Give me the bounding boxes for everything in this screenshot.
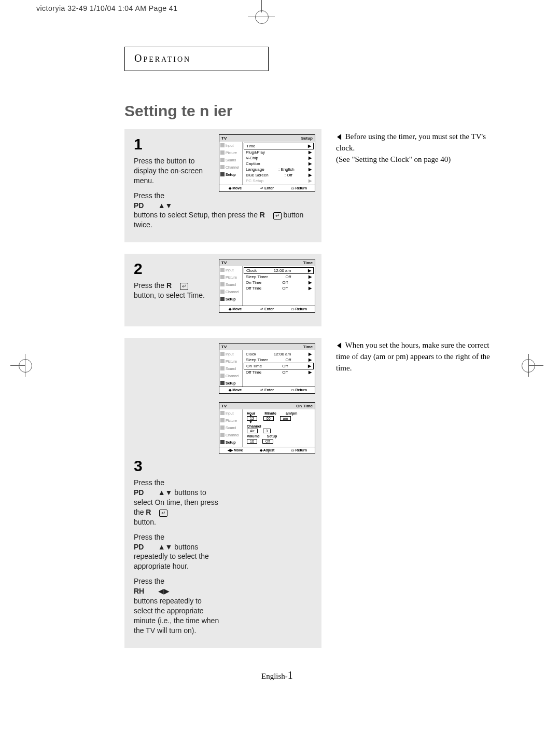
- osd-title-left: TV: [221, 136, 227, 141]
- crop-mark-right: [519, 353, 543, 378]
- print-slug: victoryia 32-49 1/10/04 1:04 AM Page 41: [36, 4, 177, 12]
- note-caret-icon: ◀: [337, 131, 341, 143]
- step1-row: TV Setup Input Picture Sound Channel Set…: [41, 129, 519, 242]
- step3-text: Press the PD ▲▼ buttons to select On tim…: [134, 478, 222, 635]
- enter-icon: ↵: [180, 283, 188, 290]
- osd-title-right: Setup: [301, 136, 313, 141]
- page-footer: English-1: [261, 669, 293, 681]
- step3-block: TV Time Input Picture Sound Channel Setu…: [124, 338, 321, 648]
- enter-icon: ↵: [159, 510, 167, 517]
- page-content: Operation Setting te n ier TV Setup Inpu…: [41, 47, 519, 659]
- minute-value: 00: [263, 416, 274, 421]
- step2-block: TV Time Input Picture Sound Channel Setu…: [124, 254, 321, 326]
- osd-time-menu-ontime: TV Time Input Picture Sound Channel Setu…: [219, 343, 315, 394]
- hour-value: ▲12▼: [247, 416, 257, 421]
- note-caret-icon: ◀: [337, 340, 341, 351]
- note-2: ◀ When you set the hours, make sure the …: [336, 338, 502, 374]
- osd-sidebar: Input Picture Sound Channel Setup: [219, 142, 243, 185]
- note-1: ◀ Before using the timer, you must set t…: [336, 129, 502, 165]
- page-title: Setting te n ier: [124, 102, 519, 120]
- osd-main: Time▶ Plug&Play▶ V-Chip▶ Caption▶ Langua…: [243, 142, 315, 185]
- enter-icon: ↵: [273, 212, 282, 219]
- step3-row: TV Time Input Picture Sound Channel Setu…: [41, 338, 519, 648]
- osd-time-menu: TV Time Input Picture Sound Channel Setu…: [219, 259, 315, 313]
- step2-row: TV Time Input Picture Sound Channel Setu…: [41, 254, 519, 326]
- crop-mark-left: [10, 353, 35, 378]
- osd-ontime-detail: TV On Time Input Picture Sound Channel S…: [219, 402, 315, 454]
- osd-setup-menu: TV Setup Input Picture Sound Channel Set…: [219, 134, 315, 192]
- section-heading: Operation: [124, 47, 269, 71]
- step1-block: TV Setup Input Picture Sound Channel Set…: [124, 129, 321, 242]
- ampm-value: am: [280, 416, 291, 421]
- crop-mark-top: [251, 0, 272, 21]
